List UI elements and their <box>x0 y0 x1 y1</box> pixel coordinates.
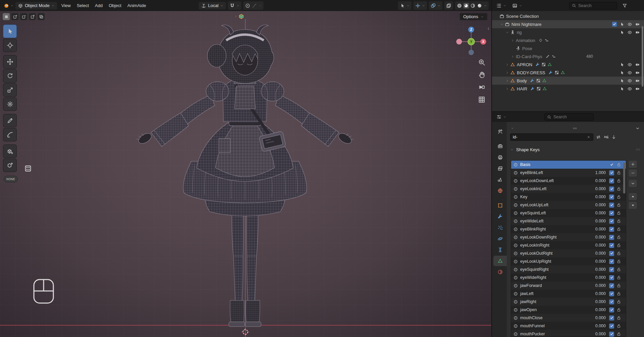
hide-viewport-icon[interactable] <box>627 22 632 27</box>
meshdata-icon[interactable] <box>560 70 565 75</box>
shape-key-enable-checkbox[interactable] <box>609 299 614 304</box>
lock-open-icon[interactable] <box>616 195 621 199</box>
lock-open-icon[interactable] <box>616 324 621 328</box>
shape-key-enable-checkbox[interactable] <box>609 235 614 240</box>
filter-disclosure-icon[interactable] <box>511 127 514 130</box>
shape-key-value[interactable]: 0.000 <box>587 211 606 215</box>
select-mode-invert[interactable] <box>29 13 36 20</box>
shape-key-value[interactable]: 0.000 <box>587 178 606 183</box>
shape-key-enable-checkbox[interactable] <box>609 243 614 248</box>
shape-key-scrollbar[interactable] <box>623 163 625 194</box>
shape-key-value[interactable]: 0.000 <box>587 243 606 248</box>
outliner-row[interactable]: Body <box>492 77 644 85</box>
shape-key-value[interactable]: 0.000 <box>587 186 606 191</box>
move-shape-key-down-button[interactable] <box>628 201 637 209</box>
lock-open-icon[interactable] <box>616 251 621 256</box>
shading-material-icon[interactable] <box>470 3 476 8</box>
expand-arrow[interactable] <box>499 23 504 26</box>
shape-key-value[interactable]: 0.000 <box>587 203 606 207</box>
meshdata-icon[interactable] <box>542 78 547 83</box>
sort-alpha-icon[interactable] <box>603 134 609 140</box>
menu-view[interactable]: View <box>58 2 74 9</box>
shape-key-value[interactable]: 0.000 <box>587 283 606 288</box>
restrict-select-icon[interactable] <box>620 70 625 75</box>
checker-icon[interactable] <box>554 70 559 75</box>
proportional-editing-icon[interactable] <box>245 3 250 8</box>
checker-icon[interactable] <box>536 86 541 91</box>
nla-icon[interactable] <box>551 54 556 59</box>
chevron-down-icon[interactable] <box>236 4 240 7</box>
outliner-row[interactable]: HAIR <box>492 85 644 93</box>
disable-render-icon[interactable] <box>635 78 640 83</box>
shape-key-row[interactable]: Key0.000 <box>511 193 626 201</box>
select-mode-extend[interactable] <box>11 13 18 20</box>
sort-reverse-icon[interactable] <box>611 134 616 140</box>
lock-open-icon[interactable] <box>616 291 621 296</box>
nla-icon[interactable] <box>544 38 549 43</box>
properties-editor-type-button[interactable] <box>495 113 508 121</box>
shape-key-value[interactable]: 0.000 <box>587 307 606 312</box>
shape-key-row[interactable]: eyeSquintLeft0.000 <box>511 209 626 217</box>
shape-key-enable-checkbox[interactable] <box>609 227 614 232</box>
overlays-popover[interactable] <box>429 1 442 10</box>
axis-neg-z-ball[interactable] <box>468 50 474 55</box>
disable-render-icon[interactable] <box>635 70 640 75</box>
shape-key-enable-checkbox[interactable] <box>609 332 614 337</box>
shape-key-row[interactable]: eyeWideLeft0.000 <box>511 217 626 225</box>
hide-viewport-icon[interactable] <box>627 30 632 35</box>
outliner-row[interactable]: APRON <box>492 60 644 69</box>
shape-key-value[interactable]: 1.000 <box>587 170 606 175</box>
shape-key-row[interactable]: mouthPucker0.000 <box>511 330 626 337</box>
shape-key-enable-checkbox[interactable] <box>609 178 614 183</box>
shape-key-row[interactable]: eyeLookDownLeft0.000 <box>511 177 626 185</box>
shape-key-value[interactable]: 0.000 <box>587 251 606 256</box>
shape-key-row[interactable]: eyeWideRight0.000 <box>511 273 626 282</box>
outliner-row[interactable]: ID-Card-Phys480 <box>492 52 644 60</box>
shape-keys-panel-header[interactable]: Shape Keys <box>507 145 644 154</box>
outliner-row[interactable]: BODY-DRESS <box>492 69 644 77</box>
meshdata-icon[interactable] <box>547 62 552 67</box>
camera-view-icon[interactable] <box>478 83 486 91</box>
shape-key-value[interactable]: 0.000 <box>587 195 606 199</box>
tab-world[interactable] <box>493 185 507 196</box>
menu-animaide[interactable]: AnimAide <box>125 2 149 9</box>
name-filter-field[interactable] <box>510 133 593 141</box>
restrict-select-icon[interactable] <box>620 86 625 91</box>
outliner-row[interactable]: Pose <box>492 44 644 52</box>
options-button[interactable]: Options <box>460 13 487 20</box>
viewport-canvas[interactable]: Options NONE X Z Y <box>0 11 491 337</box>
disable-render-icon[interactable] <box>635 22 640 27</box>
properties-search[interactable] <box>544 113 594 121</box>
tab-particles[interactable] <box>493 222 507 233</box>
lock-open-icon[interactable] <box>616 186 621 191</box>
shape-key-value[interactable]: 0.000 <box>587 315 606 320</box>
chevron-down-icon[interactable] <box>484 4 487 7</box>
shape-key-value[interactable]: 0.000 <box>587 332 606 336</box>
add-shape-key-button[interactable] <box>628 160 637 168</box>
shape-key-row[interactable]: jawForward0.000 <box>511 282 626 290</box>
shape-key-enable-checkbox[interactable] <box>609 283 614 288</box>
tab-output[interactable] <box>493 152 507 163</box>
falloff-curve-icon[interactable] <box>252 3 257 8</box>
expand-arrow[interactable] <box>505 63 510 67</box>
remove-shape-key-button[interactable] <box>628 169 637 177</box>
tab-material[interactable] <box>493 267 507 277</box>
bone-icon[interactable] <box>545 54 550 59</box>
lock-open-icon[interactable] <box>616 315 621 320</box>
shape-key-value[interactable]: 0.000 <box>587 267 606 272</box>
hide-viewport-icon[interactable] <box>627 62 632 67</box>
lock-open-icon[interactable] <box>616 203 621 207</box>
lock-open-icon[interactable] <box>616 283 621 288</box>
shape-key-row[interactable]: eyeLookInLeft0.000 <box>511 185 626 193</box>
tool-rotate[interactable] <box>3 69 17 83</box>
tool-placement[interactable] <box>3 159 17 172</box>
expand-arrow[interactable] <box>505 31 510 34</box>
wrench-icon[interactable] <box>548 70 553 75</box>
tool-annotate[interactable] <box>3 114 17 127</box>
lock-open-icon[interactable] <box>616 170 621 175</box>
shape-key-value[interactable]: 0.000 <box>587 227 606 231</box>
lock-open-icon[interactable] <box>616 307 621 312</box>
tool-scale[interactable] <box>3 83 17 97</box>
shape-key-enable-checkbox[interactable] <box>609 162 614 167</box>
shape-key-specials-button[interactable] <box>628 179 637 187</box>
